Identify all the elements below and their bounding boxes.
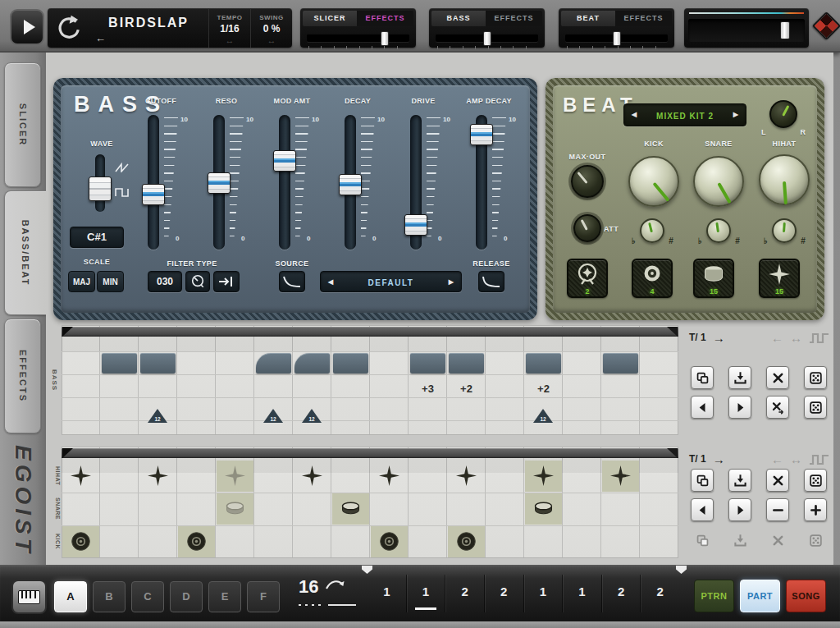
part-button-f[interactable]: F <box>247 581 280 612</box>
root-note-display[interactable]: C#1 <box>70 227 124 248</box>
seq-btn-paste[interactable] <box>728 366 751 389</box>
chain-slot-5[interactable]: 1 <box>523 575 563 612</box>
seq-btn-paste[interactable] <box>728 469 751 492</box>
sidebar-tab-bass-beat[interactable]: BASS/BEAT <box>4 190 46 315</box>
chain-slot-6[interactable]: 1 <box>562 575 601 612</box>
bass-note-step-7[interactable] <box>294 353 330 374</box>
chain-start-handle[interactable] <box>362 566 372 574</box>
seq-hihat-step-13[interactable] <box>532 465 555 487</box>
seq-btn-copy[interactable] <box>691 469 714 492</box>
pad-snare-drum[interactable]: 4 <box>632 259 673 298</box>
patch-name-display[interactable]: BIRDSLAP <box>87 16 210 30</box>
channel-level-slider[interactable] <box>307 31 409 46</box>
channel-level-track[interactable] <box>307 34 409 42</box>
master-volume-track[interactable] <box>688 19 805 42</box>
chain-slot-4[interactable]: 2 <box>484 575 523 612</box>
sidebar-tab-effects[interactable]: EFFECTS <box>4 319 41 433</box>
sidebar-tab-slicer[interactable]: SLICER <box>4 62 41 187</box>
channel-level-slider[interactable] <box>436 31 538 46</box>
seq-btn-clear[interactable] <box>766 469 789 492</box>
chain-slot-2[interactable]: 1 <box>406 575 445 612</box>
pan-knob[interactable] <box>769 100 797 128</box>
bass-slider-decay[interactable]: DECAY100 <box>325 97 390 261</box>
keyboard-button[interactable] <box>11 580 47 614</box>
seq-snare-step-13[interactable] <box>532 497 555 520</box>
preset-selector[interactable]: ◀ DEFAULT ▶ <box>320 271 462 292</box>
chain-slot-8[interactable]: 2 <box>640 575 679 612</box>
seq-kick-step-11[interactable] <box>455 530 477 552</box>
knob-kick[interactable] <box>628 156 679 207</box>
mirror-icon[interactable]: ↔ <box>790 452 802 466</box>
bass-slider-drive[interactable]: DRIVE100 <box>390 97 456 261</box>
seq-snare-step-8[interactable] <box>340 497 362 520</box>
seq-btn-dice[interactable] <box>804 396 827 419</box>
channel-level-slider[interactable] <box>565 31 668 46</box>
mode-button-ptrn[interactable]: PTRN <box>694 580 734 612</box>
slider-handle[interactable] <box>273 150 296 172</box>
slider-track[interactable] <box>279 115 290 250</box>
slider-handle[interactable] <box>142 184 165 205</box>
preset-prev-icon[interactable]: ◀ <box>328 272 333 293</box>
kit-next-icon[interactable]: ▶ <box>733 104 738 126</box>
shift-right-icon[interactable]: → <box>713 331 725 345</box>
release-curve-button[interactable] <box>478 271 504 292</box>
channel-level-handle[interactable] <box>613 31 621 46</box>
seq-hihat-step-7[interactable] <box>301 465 323 487</box>
master-volume[interactable] <box>684 8 809 48</box>
filter-dial-button[interactable] <box>185 271 210 292</box>
seq-btn-prev[interactable] <box>691 498 714 521</box>
kit-selector[interactable]: ◀ MIXED KIT 2 ▶ <box>623 103 746 126</box>
part-button-c[interactable]: C <box>131 581 164 612</box>
preset-next-icon[interactable]: ▶ <box>449 272 454 293</box>
part-button-d[interactable]: D <box>170 581 203 612</box>
shift-right-icon[interactable]: → <box>713 452 725 466</box>
loop-icon[interactable] <box>54 13 82 43</box>
scale-maj-button[interactable]: MAJ <box>68 271 95 292</box>
seq-snare-step-5[interactable] <box>224 497 246 520</box>
mode-button-part[interactable]: PART <box>740 580 780 612</box>
mod-marker-step-3[interactable]: 12 <box>148 409 167 423</box>
channel-fx-tab-beat[interactable]: EFFECTS <box>615 11 672 26</box>
seq-hihat-step-15[interactable] <box>609 465 632 487</box>
seq-btn-next[interactable] <box>728 498 751 521</box>
source-curve-button[interactable] <box>279 271 305 292</box>
filter-route-button[interactable] <box>213 271 240 292</box>
mod-marker-step-7[interactable]: 12 <box>302 409 322 423</box>
seq-btn-next[interactable] <box>728 396 751 419</box>
seq-btn-dice[interactable] <box>804 366 827 389</box>
seq-kick-step-1[interactable] <box>70 530 92 552</box>
chain-slot-7[interactable]: 2 <box>601 575 641 612</box>
filter-value-display[interactable]: 030 <box>148 271 182 292</box>
channel-tab-slicer[interactable]: SLICER <box>303 11 357 26</box>
knob-snare[interactable] <box>693 156 744 207</box>
beat-step-grid[interactable] <box>62 447 678 558</box>
scale-min-button[interactable]: MIN <box>97 271 124 292</box>
mode-button-song[interactable]: SONG <box>786 580 826 612</box>
knob-hihat[interactable] <box>759 154 810 205</box>
part-button-a[interactable]: A <box>54 581 87 612</box>
part-button-e[interactable]: E <box>208 581 241 612</box>
seq-hihat-step-9[interactable] <box>378 465 400 487</box>
patch-prev-icon[interactable]: ← <box>95 32 106 44</box>
bass-slider-amp-decay[interactable]: AMP DECAY100 <box>456 97 522 261</box>
bass-slider-mod-amt[interactable]: MOD AMT100 <box>259 97 325 261</box>
bass-slider-reso[interactable]: RESO100 <box>194 97 259 261</box>
seq-kick-step-4[interactable] <box>185 530 208 552</box>
bass-note-step-6[interactable] <box>256 353 291 374</box>
pitch-knob-3[interactable] <box>772 218 797 243</box>
kit-prev-icon[interactable]: ◀ <box>632 104 637 126</box>
slider-handle[interactable] <box>470 124 493 145</box>
bass-step-grid[interactable]: +3+2+212121212 <box>62 325 678 435</box>
pad-hihat-star[interactable]: 15 <box>759 259 800 298</box>
chain-end-handle[interactable] <box>676 566 687 574</box>
beat-timeline[interactable] <box>62 448 678 458</box>
seq-btn-plus[interactable] <box>804 498 827 521</box>
seq-btn-dice[interactable] <box>804 469 827 492</box>
bass-note-step-13[interactable] <box>526 353 561 374</box>
mirror-icon[interactable]: ↔ <box>790 331 802 345</box>
seq-btn-clear[interactable] <box>766 366 789 389</box>
seq-hihat-step-5[interactable] <box>224 465 246 487</box>
loop-end-marker[interactable] <box>667 448 678 458</box>
channel-tab-bass[interactable]: BASS <box>431 11 486 26</box>
chain-slot-3[interactable]: 2 <box>445 575 484 612</box>
